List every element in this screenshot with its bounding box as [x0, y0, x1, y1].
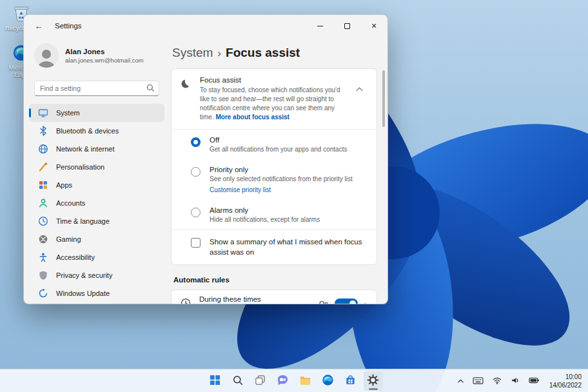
task-view-icon — [254, 374, 266, 387]
summary-checkbox[interactable] — [191, 238, 201, 248]
file-explorer-button[interactable] — [296, 371, 315, 391]
radio-off[interactable] — [191, 137, 201, 147]
breadcrumb: System › Focus assist — [172, 46, 377, 60]
option-label: Alarms only — [210, 206, 320, 214]
store-icon — [344, 374, 357, 387]
sidebar-item-bluetooth-devices[interactable]: Bluetooth & devices — [29, 122, 164, 140]
settings-sidebar: Alan Jones alan.jones.wm@hotmail.com Sys… — [24, 37, 170, 304]
volume-tray-button[interactable] — [509, 372, 522, 390]
option-description: See only selected notifications from the… — [210, 175, 353, 182]
accessibility-icon — [38, 252, 48, 262]
taskbar-search-button[interactable] — [228, 371, 248, 391]
sidebar-item-label: Network & internet — [56, 145, 114, 153]
sidebar-item-label: Accounts — [56, 199, 85, 207]
search-icon — [146, 84, 155, 93]
wifi-icon — [492, 376, 502, 386]
summary-option-row[interactable]: Show a summary of what I missed when foc… — [172, 230, 377, 264]
sidebar-item-label: System — [56, 109, 80, 117]
sidebar-item-apps[interactable]: Apps — [29, 176, 164, 194]
window-titlebar: ← Settings × — [24, 15, 387, 37]
sidebar-item-privacy-security[interactable]: Privacy & security — [29, 266, 164, 284]
maximize-button[interactable] — [333, 15, 360, 37]
edge-icon — [322, 374, 334, 387]
desktop: Recycle Bin Microsoft Edge ← Settings × — [0, 0, 588, 392]
globe-icon — [38, 144, 48, 154]
start-button[interactable] — [206, 371, 225, 391]
sidebar-item-label: Gaming — [56, 235, 81, 243]
chevron-up-icon — [457, 377, 464, 385]
close-button[interactable]: × — [360, 15, 387, 37]
xbox-icon — [38, 234, 48, 244]
chevron-right-icon: › — [364, 299, 368, 304]
sidebar-item-label: Time & language — [56, 217, 110, 225]
back-arrow-icon: ← — [35, 21, 43, 31]
sidebar-item-personalisation[interactable]: Personalisation — [29, 158, 164, 176]
sidebar-item-accessibility[interactable]: Accessibility — [29, 248, 164, 266]
settings-nav: System Bluetooth & devices Network & int… — [24, 104, 170, 302]
shield-icon — [38, 270, 48, 280]
settings-window: ← Settings × Alan Jones alan.jones.wm@ho… — [23, 14, 388, 304]
collapse-expander-button[interactable] — [351, 81, 368, 98]
option-off[interactable]: Off Get all notifications from your apps… — [172, 130, 377, 159]
settings-main-pane: System › Focus assist Focus assist To st… — [170, 37, 387, 304]
person-icon — [38, 198, 48, 208]
scrollbar-thumb[interactable] — [382, 70, 385, 127]
update-icon — [38, 288, 48, 299]
customise-priority-list-link[interactable]: Customise priority list — [210, 186, 353, 193]
option-priority-only[interactable]: Priority only See only selected notifica… — [172, 159, 377, 200]
minimize-button[interactable] — [306, 15, 333, 37]
toggle-knob — [349, 300, 356, 304]
more-about-focus-assist-link[interactable]: More about focus assist — [215, 113, 289, 121]
network-tray-button[interactable] — [491, 372, 504, 390]
breadcrumb-parent[interactable]: System — [172, 46, 213, 60]
sidebar-item-label: Accessibility — [56, 253, 95, 261]
profile-email: alan.jones.wm@hotmail.com — [65, 57, 144, 64]
clock-date: 14/06/2022 — [549, 381, 582, 389]
search-input[interactable] — [34, 81, 159, 96]
window-title: Settings — [55, 22, 82, 30]
chat-icon — [277, 374, 289, 387]
store-button[interactable] — [341, 371, 360, 391]
sidebar-item-time-language[interactable]: Time & language — [29, 212, 164, 230]
minimize-icon — [317, 26, 323, 26]
radio-priority-only[interactable] — [191, 167, 201, 177]
option-alarms-only[interactable]: Alarms only Hide all notifications, exce… — [172, 200, 377, 230]
gear-icon — [367, 374, 379, 387]
moon-icon — [181, 79, 191, 91]
rule-during-these-times[interactable]: During these times 23:00 - 07:00; Priori… — [171, 289, 377, 304]
battery-icon — [529, 376, 540, 386]
sidebar-item-label: Bluetooth & devices — [56, 127, 119, 135]
hidden-icons-button[interactable] — [456, 372, 466, 390]
focus-assist-expander[interactable]: Focus assist To stay focused, choose whi… — [172, 69, 377, 130]
back-button[interactable]: ← — [29, 17, 48, 35]
focus-assist-card: Focus assist To stay focused, choose whi… — [171, 68, 377, 265]
sidebar-item-system[interactable]: System — [29, 104, 164, 122]
speaker-icon — [511, 376, 520, 386]
windows-start-icon — [209, 374, 221, 387]
search-icon — [232, 375, 244, 387]
taskbar-clock[interactable]: 10:00 14/06/2022 — [547, 373, 584, 389]
rule-toggle[interactable] — [335, 299, 358, 304]
apps-grid-icon — [38, 180, 48, 190]
touch-keyboard-button[interactable] — [471, 372, 485, 390]
sidebar-item-accounts[interactable]: Accounts — [29, 194, 164, 212]
brush-icon — [38, 162, 48, 172]
chat-button[interactable] — [273, 371, 293, 391]
clock-icon — [38, 216, 48, 226]
task-view-button[interactable] — [251, 371, 270, 391]
sidebar-item-label: Apps — [56, 181, 72, 189]
sidebar-item-network-internet[interactable]: Network & internet — [29, 140, 164, 158]
edge-button[interactable] — [318, 371, 338, 391]
account-profile[interactable]: Alan Jones alan.jones.wm@hotmail.com — [24, 38, 170, 73]
sidebar-item-gaming[interactable]: Gaming — [29, 230, 164, 248]
sidebar-item-label: Privacy & security — [56, 271, 112, 279]
sidebar-item-label: Windows Update — [56, 289, 110, 297]
rule-title: During these times — [199, 295, 311, 303]
radio-alarms-only[interactable] — [191, 208, 201, 217]
focus-assist-title: Focus assist — [200, 76, 342, 84]
settings-button[interactable] — [364, 371, 383, 391]
option-label: Off — [210, 136, 347, 144]
profile-name: Alan Jones — [65, 48, 144, 55]
battery-tray-button[interactable] — [527, 372, 541, 390]
sidebar-item-windows-update[interactable]: Windows Update — [29, 284, 164, 302]
